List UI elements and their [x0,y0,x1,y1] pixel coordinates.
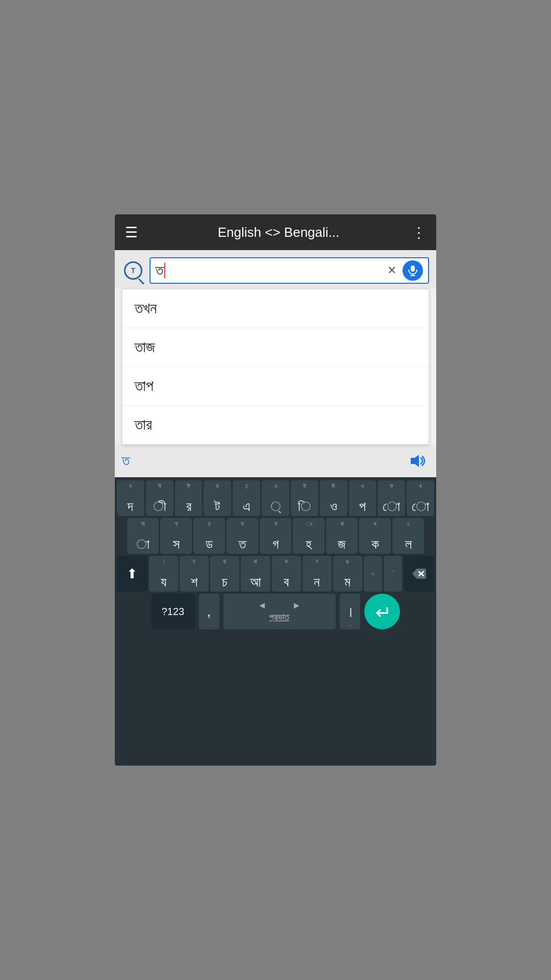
autocomplete-item-2[interactable]: তাজ [122,328,429,367]
backspace-key[interactable] [404,556,434,592]
prev-arrow: ◄ [258,600,267,611]
enter-key[interactable] [364,594,400,629]
key-ja[interactable]: ঝজ [326,518,358,554]
key-ma[interactable]: ঙম [333,556,362,592]
keyboard-row-bottom: ?123 , … ◄ ► প্রভাত । … [117,594,434,629]
mic-icon [408,265,418,276]
key-schwa[interactable]: এ্ [262,480,289,516]
autocomplete-item-3[interactable]: তাপ [122,367,429,406]
space-label: প্রভাত [269,612,289,623]
key-ba[interactable]: ভব [272,556,301,592]
speaker-button[interactable] [407,450,429,472]
key-na[interactable]: ণন [303,556,332,592]
key-ra[interactable]: ঈর [175,480,203,516]
search-input[interactable]: ত [156,263,381,278]
key-ha[interactable]: ঃহ [293,518,324,554]
keyboard: ধদ উী ঈর ডট ঢ়এ এ্ উি ঊও ওপ ফো খো অা ষস … [115,477,436,766]
autocomplete-item-1[interactable]: তখন [122,289,429,328]
key-pa[interactable]: ওপ [349,480,377,516]
autocomplete-dropdown: তখন তাজ তাপ তার [122,289,429,445]
keyboard-row-1: ধদ উী ঈর ডট ঢ়এ এ্ উি ঊও ওপ ফো খো [117,480,434,516]
shift-key[interactable]: ⬆ [117,556,147,592]
key-ya[interactable]: ৷য [149,556,178,592]
space-key[interactable]: ◄ ► প্রভাত [223,594,336,629]
search-area: T ত ✕ [115,250,436,289]
text-cursor [164,263,165,278]
backspace-icon [412,568,426,579]
space-arrows: ◄ ► [258,600,302,611]
keyboard-row-2: অা ষস চড থত ঘগ ঃহ ঝজ খক ২ল [117,518,434,554]
top-bar: ☰ English <> Bengali... ⋮ [115,214,436,250]
comma-key[interactable]: , … [199,594,219,629]
next-arrow: ► [292,600,302,611]
hamburger-icon[interactable]: ☰ [125,224,145,241]
translation-char: ত [122,453,130,470]
app-title: English <> Bengali... [145,225,412,240]
key-da[interactable]: ধদ [117,480,144,516]
numbers-key[interactable]: ?123 [152,594,195,629]
key-ii[interactable]: উী [146,480,173,516]
pipe-key[interactable]: । … [340,594,360,629]
key-ka[interactable]: খক [359,518,391,554]
svg-rect-0 [411,265,415,272]
key-Aa[interactable]: ঝআ [241,556,270,592]
key-ta2[interactable]: থত [227,518,258,554]
more-options-icon[interactable]: ⋮ [412,224,426,241]
clear-button[interactable]: ✕ [385,262,398,279]
key-da2[interactable]: চড [193,518,225,554]
key-o[interactable]: ঊও [320,480,347,516]
search-input-wrapper: ত ✕ [149,257,429,284]
autocomplete-item-4[interactable]: তার [122,406,429,444]
key-la[interactable]: ২ল [392,518,424,554]
key-sa[interactable]: ষস [160,518,192,554]
search-type-icon: T [124,261,142,280]
keyboard-row-3: ⬆ ৷য ঢশ ছচ ঝআ ভব ণন ঙম ‹ ` [117,556,434,592]
key-punct-1[interactable]: ‹ [364,556,382,592]
key-e[interactable]: ঢ়এ [233,480,260,516]
key-i[interactable]: উি [291,480,318,516]
key-ga[interactable]: ঘগ [260,518,291,554]
key-ta[interactable]: ডট [204,480,231,516]
mic-button[interactable] [403,260,423,281]
svg-marker-3 [411,455,419,467]
speaker-icon [410,454,426,468]
key-oo[interactable]: ফো [378,480,405,516]
search-icon-button[interactable]: T [122,259,144,282]
key-sha[interactable]: ঢশ [180,556,209,592]
key-kh[interactable]: খো [407,480,434,516]
key-cha[interactable]: ছচ [210,556,239,592]
key-aa[interactable]: অা [127,518,159,554]
translation-area: ত [115,445,436,477]
enter-icon [375,606,389,617]
key-punct-2[interactable]: ` [384,556,402,592]
